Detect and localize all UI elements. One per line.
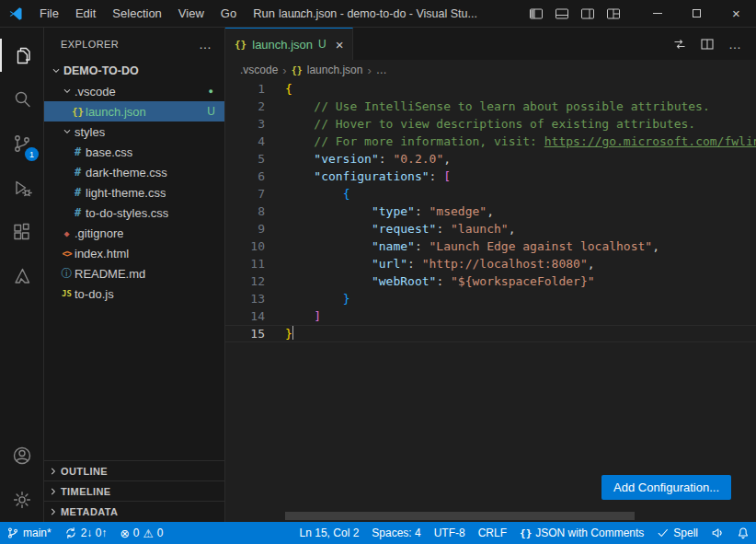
line-number[interactable]: 7 (225, 185, 265, 203)
menu-edit[interactable]: Edit (67, 0, 104, 27)
menu-file[interactable]: File (31, 0, 67, 27)
breadcrumb-more[interactable]: … (376, 64, 387, 76)
tab-close-icon[interactable]: × (336, 37, 344, 52)
notifications-status[interactable] (730, 522, 756, 544)
activity-azure[interactable] (0, 254, 43, 298)
more-actions-icon[interactable]: … (199, 37, 212, 52)
branch-status[interactable]: main* (0, 522, 58, 544)
tree-item-launch.json[interactable]: {}launch.jsonU (44, 101, 224, 122)
tree-item-to-do.js[interactable]: JSto-do.js (44, 284, 224, 304)
split-editor-icon[interactable] (697, 34, 717, 54)
tree-item-label: DEMO-TO-DO (63, 64, 139, 77)
menu-go[interactable]: Go (212, 0, 245, 27)
tree-item-label: base.css (86, 145, 132, 159)
close-icon: × (732, 6, 740, 21)
line-number[interactable]: 13 (225, 290, 265, 307)
tree-item-.gitignore[interactable]: ◆.gitignore (44, 223, 224, 243)
minimize-button[interactable] (637, 0, 677, 27)
activity-search[interactable] (0, 77, 43, 122)
line-number[interactable]: 9 (225, 220, 265, 237)
menu-view[interactable]: View (170, 0, 212, 27)
vscode-logo-icon[interactable] (0, 6, 31, 22)
breadcrumb-vscode[interactable]: .vscode (240, 64, 278, 76)
menu-selection[interactable]: Selection (104, 0, 169, 27)
activity-source-control[interactable]: 1 (0, 122, 43, 166)
feedback-status[interactable] (704, 522, 730, 544)
line-number[interactable]: 3 (225, 115, 265, 133)
toggle-panel-icon[interactable] (551, 3, 573, 25)
code-line-8[interactable]: 8 "type": "msedge", (225, 203, 756, 220)
line-number[interactable]: 1 (225, 80, 265, 98)
code-line-6[interactable]: 6 "configurations": [ (225, 168, 756, 185)
problems-status[interactable]: ⊗ 0 ⚠ 0 (113, 522, 169, 544)
code-line-13[interactable]: 13 } (225, 290, 756, 307)
maximize-button[interactable] (677, 0, 716, 27)
language-mode-status[interactable]: {} JSON with Comments (513, 522, 650, 544)
tree-item-label: to-do.js (74, 287, 114, 301)
code-line-10[interactable]: 10 "name": "Launch Edge against localhos… (225, 237, 756, 255)
breadcrumb-launch-json[interactable]: launch.json (307, 64, 363, 76)
menu-run[interactable]: Run (245, 0, 283, 27)
code-line-5[interactable]: 5 "version": "0.2.0", (225, 150, 756, 168)
add-configuration-button[interactable]: Add Configuration... (601, 475, 731, 500)
code-line-2[interactable]: 2 // Use IntelliSense to learn about pos… (225, 98, 756, 115)
code-line-12[interactable]: 12 "webRoot": "${workspaceFolder}" (225, 272, 756, 290)
eol-status[interactable]: CRLF (472, 522, 513, 544)
indentation-status[interactable]: Spaces: 4 (365, 522, 427, 544)
line-number[interactable]: 11 (225, 255, 265, 272)
code-line-1[interactable]: 1{ (225, 80, 756, 98)
breadcrumbs: .vscode › {} launch.json › … (225, 60, 756, 80)
tree-item-readme.md[interactable]: ⓘREADME.md (44, 263, 224, 284)
cursor-position-status[interactable]: Ln 15, Col 2 (293, 522, 366, 544)
encoding-status[interactable]: UTF-8 (428, 522, 472, 544)
panel-metadata[interactable]: METADATA (44, 502, 224, 522)
tree-item-.vscode[interactable]: .vscode● (44, 81, 224, 101)
activity-settings[interactable] (0, 478, 43, 522)
code-line-15[interactable]: 15} (225, 325, 756, 342)
customize-layout-icon[interactable] (602, 3, 624, 25)
code-line-9[interactable]: 9 "request": "launch", (225, 220, 756, 237)
tab-launch-json[interactable]: {} launch.json U × (225, 28, 353, 60)
git-branch-icon (6, 527, 19, 539)
line-number[interactable]: 15 (225, 325, 265, 342)
activity-explorer[interactable] (0, 33, 43, 77)
code-line-3[interactable]: 3 // Hover to view descriptions of exist… (225, 115, 756, 133)
activity-extensions[interactable] (0, 210, 43, 254)
activity-accounts[interactable] (0, 434, 43, 478)
code-line-11[interactable]: 11 "url": "http://localhost:8080", (225, 255, 756, 272)
toggle-primary-sidebar-icon[interactable] (525, 3, 547, 25)
line-number[interactable]: 6 (225, 168, 265, 185)
tree-item-base.css[interactable]: #base.css (44, 142, 224, 162)
close-button[interactable]: × (716, 0, 756, 27)
more-actions-icon[interactable]: … (725, 34, 745, 54)
sync-status[interactable]: 2↓ 0↑ (58, 522, 114, 544)
code-line-14[interactable]: 14 ] (225, 307, 756, 325)
git-status-badge: U (207, 105, 224, 118)
toggle-secondary-sidebar-icon[interactable] (577, 3, 599, 25)
line-number[interactable]: 8 (225, 203, 265, 220)
line-number[interactable]: 12 (225, 272, 265, 290)
activity-run-and-debug[interactable] (0, 166, 43, 210)
tree-item-dark-theme.css[interactable]: #dark-theme.css (44, 162, 224, 182)
line-number[interactable]: 14 (225, 307, 265, 325)
spell-checker-status[interactable]: Spell (650, 522, 704, 544)
code-editor[interactable]: 1{2 // Use IntelliSense to learn about p… (225, 80, 756, 522)
tree-item-index.html[interactable]: <>index.html (44, 243, 224, 263)
open-changes-icon[interactable] (670, 34, 690, 54)
tree-item-styles[interactable]: styles (44, 122, 224, 142)
tree-item-to-do-styles.css[interactable]: #to-do-styles.css (44, 203, 224, 223)
tree-item-label: launch.json (86, 105, 146, 119)
status-bar: main* 2↓ 0↑ ⊗ 0 ⚠ 0 Ln 15, Col 2 Spaces:… (0, 522, 756, 544)
line-number[interactable]: 4 (225, 133, 265, 150)
panel-timeline[interactable]: TIMELINE (44, 481, 224, 502)
horizontal-scrollbar[interactable] (285, 512, 635, 520)
tree-item-demo-to-do[interactable]: DEMO-TO-DO (44, 61, 224, 81)
panel-outline[interactable]: OUTLINE (44, 461, 224, 481)
line-number[interactable]: 5 (225, 150, 265, 168)
line-number[interactable]: 10 (225, 237, 265, 255)
code-line-7[interactable]: 7 { (225, 185, 756, 203)
line-number[interactable]: 2 (225, 98, 265, 115)
gear-icon (11, 489, 33, 511)
code-line-4[interactable]: 4 // For more information, visit: https:… (225, 133, 756, 150)
tree-item-light-theme.css[interactable]: #light-theme.css (44, 182, 224, 203)
